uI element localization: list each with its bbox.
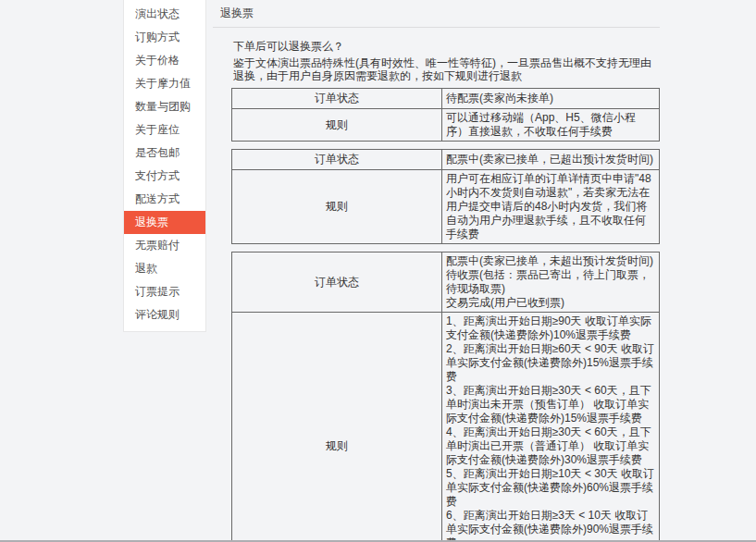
rule-table-2: 订单状态配票中(卖家已接单，未超出预计发货时间)待收票(包括：票品已寄出，待上门… — [231, 252, 660, 542]
row-label: 订单状态 — [232, 150, 442, 170]
sidebar-item-7[interactable]: 支付方式 — [124, 165, 205, 188]
row-label: 订单状态 — [232, 253, 442, 313]
rule-row: 规则用户可在相应订单的订单详情页中申请"48小时内不发货则自动退款"，若卖家无法… — [232, 170, 660, 244]
rule-row: 规则可以通过移动端（App、H5、微信小程序）直接退款，不收取任何手续费 — [232, 109, 660, 142]
row-value: 可以通过移动端（App、H5、微信小程序）直接退款，不收取任何手续费 — [442, 109, 660, 142]
order-status-row: 订单状态配票中(卖家已接单，已超出预计发货时间) — [232, 150, 660, 170]
page-title: 退换票 — [213, 0, 660, 28]
row-value: 待配票(卖家尚未接单) — [442, 89, 660, 109]
rules-tables: 订单状态待配票(卖家尚未接单)规则可以通过移动端（App、H5、微信小程序）直接… — [231, 88, 660, 542]
qa-block: 下单后可以退换票么？ 鉴于文体演出票品特殊性(具有时效性、唯一性等特征)，一旦票… — [233, 39, 657, 82]
value-line: 配票中(卖家已接单，已超出预计发货时间) — [446, 153, 655, 166]
row-value: 配票中(卖家已接单，已超出预计发货时间) — [442, 150, 660, 170]
sidebar-item-0[interactable]: 演出状态 — [124, 3, 205, 26]
row-value: 配票中(卖家已接单，未超出预计发货时间)待收票(包括：票品已寄出，待上门取票，待… — [442, 253, 660, 313]
value-line: 2、距离演出开始日期≥60天 < 90天 收取订单实际支付金额(快递费除外)15… — [446, 342, 655, 384]
help-content: 退换票 下单后可以退换票么？ 鉴于文体演出票品特殊性(具有时效性、唯一性等特征)… — [213, 0, 660, 542]
row-value: 1、距离演出开始日期≥90天 收取订单实际支付金额(快递费除外)10%退票手续费… — [442, 313, 660, 542]
rule-table-0: 订单状态待配票(卖家尚未接单)规则可以通过移动端（App、H5、微信小程序）直接… — [231, 88, 660, 142]
help-sidebar: 演出状态订购方式关于价格关于摩力值数量与团购关于座位是否包邮支付方式配送方式退换… — [123, 0, 206, 332]
sidebar-item-12[interactable]: 订票提示 — [124, 280, 205, 303]
value-line: 6、距离演出开始日期≥3天 < 10天 收取订单实际支付金额(快递费除外)90%… — [446, 509, 655, 542]
value-line: 可以通过移动端（App、H5、微信小程序）直接退款，不收取任何手续费 — [446, 111, 655, 139]
value-line: 3、距离演出开始日期≥30天 < 60天，且下单时演出未开票（预售订单） 收取订… — [446, 384, 655, 425]
sidebar-item-3[interactable]: 关于摩力值 — [124, 72, 205, 95]
value-line: 待配票(卖家尚未接单) — [446, 92, 655, 105]
sidebar-item-9-active[interactable]: 退换票 — [124, 211, 205, 234]
order-status-row: 订单状态配票中(卖家已接单，未超出预计发货时间)待收票(包括：票品已寄出，待上门… — [232, 253, 660, 313]
row-label: 订单状态 — [232, 89, 442, 109]
value-line: 4、距离演出开始日期≥30天 < 60天，且下单时演出已开票（普通订单） 收取订… — [446, 425, 655, 467]
intro-text: 鉴于文体演出票品特殊性(具有时效性、唯一性等特征)，一旦票品售出概不支持无理由退… — [233, 56, 657, 82]
row-value: 用户可在相应订单的订单详情页中申请"48小时内不发货则自动退款"，若卖家无法在用… — [442, 170, 660, 244]
value-line: 待收票(包括：票品已寄出，待上门取票，待现场取票) — [446, 268, 655, 296]
value-line: 交易完成(用户已收到票) — [446, 296, 655, 310]
sidebar-item-5[interactable]: 关于座位 — [124, 118, 205, 142]
sidebar-item-6[interactable]: 是否包邮 — [124, 142, 205, 165]
sidebar-item-4[interactable]: 数量与团购 — [124, 95, 205, 118]
sidebar-item-13[interactable]: 评论规则 — [124, 303, 205, 326]
value-line: 5、距离演出开始日期≥10天 < 30天 收取订单实际支付金额(快递费除外)60… — [446, 467, 655, 509]
row-label: 规则 — [232, 170, 442, 244]
value-line: 用户可在相应订单的订单详情页中申请"48小时内不发货则自动退款"，若卖家无法在用… — [446, 172, 655, 241]
row-label: 规则 — [232, 313, 442, 542]
sidebar-item-11[interactable]: 退款 — [124, 257, 205, 280]
value-line: 配票中(卖家已接单，未超出预计发货时间) — [446, 254, 655, 268]
row-label: 规则 — [232, 109, 442, 142]
value-line: 1、距离演出开始日期≥90天 收取订单实际支付金额(快递费除外)10%退票手续费 — [446, 314, 655, 342]
order-status-row: 订单状态待配票(卖家尚未接单) — [232, 89, 660, 109]
question-text: 下单后可以退换票么？ — [233, 39, 657, 54]
sidebar-item-2[interactable]: 关于价格 — [124, 49, 205, 72]
rule-row: 规则1、距离演出开始日期≥90天 收取订单实际支付金额(快递费除外)10%退票手… — [232, 313, 660, 542]
rule-table-1: 订单状态配票中(卖家已接单，已超出预计发货时间)规则用户可在相应订单的订单详情页… — [231, 149, 660, 244]
sidebar-item-1[interactable]: 订购方式 — [124, 26, 205, 49]
sidebar-item-10[interactable]: 无票赔付 — [124, 234, 205, 257]
sidebar-item-8[interactable]: 配送方式 — [124, 188, 205, 211]
